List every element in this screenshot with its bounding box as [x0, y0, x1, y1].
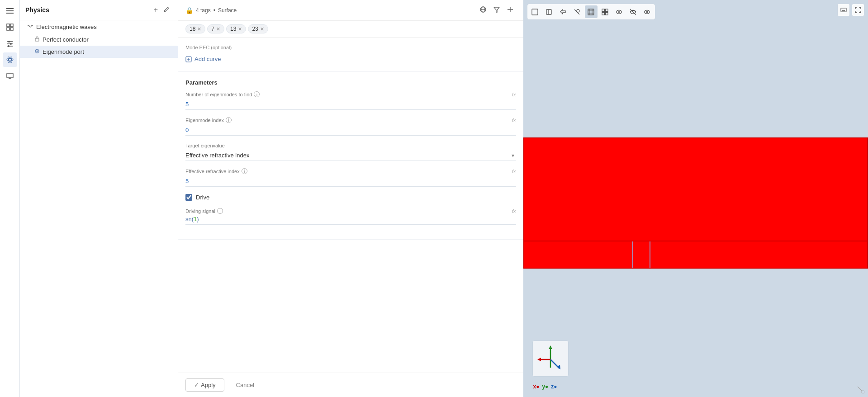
- header-surface-text: Surface: [218, 7, 237, 14]
- apply-label: Apply: [201, 382, 216, 388]
- lock-icon: [34, 36, 40, 43]
- panel-toolbar-icons: [477, 5, 516, 16]
- driving-signal-label-row: Driving signal i fx: [185, 208, 516, 214]
- panel-header: 🔒 4 tags • Surface: [178, 0, 523, 21]
- sidebar-header-buttons: +: [152, 5, 172, 15]
- icon-bar: [0, 0, 20, 397]
- eigenmode-index-group: Eigenmode index i fx: [185, 117, 516, 136]
- panel-footer: ✓ Apply Cancel: [178, 373, 523, 397]
- panel-content: Mode PEC (optional) Add curve Parameters…: [178, 38, 523, 373]
- eigenmode-index-info-icon: i: [226, 117, 232, 123]
- num-eigenmodes-group: Number of eigenmodes to find i fx: [185, 91, 516, 110]
- target-eigenvalue-group: Target eigenvalue Effective refractive i…: [185, 143, 516, 161]
- globe-icon-btn[interactable]: [477, 5, 489, 16]
- svg-point-12: [8, 45, 9, 47]
- corner-indicator: [857, 386, 864, 393]
- panel-header-left: 🔒 4 tags • Surface: [185, 7, 474, 14]
- svg-point-64: [862, 391, 864, 393]
- tag-chip-23: 23 ✕: [248, 24, 268, 33]
- eigenmode-index-input[interactable]: [185, 125, 516, 136]
- driving-signal-info-icon: i: [217, 208, 223, 214]
- parameters-title: Parameters: [185, 79, 516, 86]
- num-eigenmodes-info-icon: i: [254, 91, 260, 97]
- svg-point-8: [8, 41, 10, 43]
- effective-ri-info-icon: i: [242, 168, 247, 174]
- bottom-bar-mid: [633, 241, 650, 268]
- effective-refractive-index-label: Effective refractive index: [185, 169, 240, 174]
- effective-refractive-index-input[interactable]: [185, 176, 516, 187]
- driving-signal-value: sn(1): [185, 216, 516, 222]
- tag-chip-13: 13 ✕: [226, 24, 246, 33]
- svg-marker-59: [549, 345, 552, 349]
- svg-line-65: [858, 387, 862, 391]
- menu-icon-btn[interactable]: [3, 4, 17, 18]
- add-physics-button[interactable]: +: [152, 5, 160, 15]
- tag-chip-13-value: 13: [230, 26, 236, 32]
- svg-point-20: [164, 10, 166, 12]
- tag-chip-13-remove[interactable]: ✕: [238, 27, 242, 32]
- svg-rect-1: [6, 10, 14, 11]
- svg-point-23: [37, 51, 38, 52]
- parameters-section: Parameters Number of eigenmodes to find …: [178, 72, 523, 240]
- svg-rect-6: [10, 28, 13, 30]
- svg-rect-17: [7, 73, 13, 78]
- bottom-bar-right: [650, 241, 867, 268]
- sidebar-item-eigenmode-port[interactable]: Eigenmode port: [20, 46, 178, 58]
- axis-svg: [535, 343, 566, 374]
- svg-rect-5: [7, 28, 9, 30]
- cancel-button[interactable]: Cancel: [228, 378, 262, 392]
- grid-icon-btn[interactable]: [3, 20, 17, 34]
- viewport-content: [523, 0, 868, 397]
- driving-signal-fx-btn[interactable]: fx: [512, 208, 516, 214]
- num-eigenmodes-input[interactable]: [185, 99, 516, 110]
- effective-refractive-index-group: Effective refractive index i fx: [185, 168, 516, 187]
- svg-rect-2: [6, 13, 14, 14]
- tag-chip-18-remove[interactable]: ✕: [197, 27, 201, 32]
- main-rectangle: [523, 137, 868, 241]
- shape-container: [523, 137, 868, 269]
- paint-brush-button[interactable]: [161, 5, 172, 15]
- filter-icon-btn[interactable]: [491, 5, 503, 16]
- y-axis-label: y●: [542, 383, 548, 390]
- add-curve-button[interactable]: Add curve: [185, 54, 221, 64]
- eigenmode-port-label: Eigenmode port: [43, 48, 172, 55]
- drive-row: Drive: [185, 194, 516, 201]
- mode-pec-section: Mode PEC (optional) Add curve: [178, 38, 523, 72]
- tag-chip-23-value: 23: [252, 26, 258, 32]
- perfect-conductor-label: Perfect conductor: [43, 36, 172, 43]
- apply-button[interactable]: ✓ Apply: [185, 378, 224, 392]
- panel: 🔒 4 tags • Surface 18 ✕ 7 ✕ 13: [178, 0, 523, 397]
- electromagnetic-waves-label: Electromagnetic waves: [36, 24, 161, 30]
- x-axis-label: x●: [533, 383, 540, 390]
- z-axis-label: z●: [551, 383, 557, 390]
- target-eigenvalue-label-row: Target eigenvalue: [185, 143, 516, 148]
- sidebar: Physics + Electromagnetic waves Perfect …: [20, 0, 178, 397]
- target-eigenvalue-select[interactable]: Effective refractive index Eigenvalue Fr…: [185, 150, 516, 161]
- driving-signal-label: Driving signal: [185, 208, 215, 214]
- tag-chip-23-remove[interactable]: ✕: [260, 27, 264, 32]
- sidebar-item-electromagnetic-waves[interactable]: Electromagnetic waves: [20, 20, 178, 33]
- wave-icon: [27, 23, 33, 31]
- header-separator: •: [213, 7, 215, 14]
- svg-rect-3: [7, 24, 9, 27]
- cancel-label: Cancel: [236, 382, 254, 388]
- physics-icon-btn[interactable]: [3, 52, 17, 67]
- bottom-bar: [523, 241, 868, 269]
- eigenmode-index-fx-btn[interactable]: fx: [512, 118, 516, 123]
- eigenmode-index-label-row: Eigenmode index i fx: [185, 117, 516, 123]
- effective-ri-fx-btn[interactable]: fx: [512, 169, 516, 174]
- drive-label: Drive: [196, 194, 209, 201]
- svg-point-14: [7, 58, 13, 61]
- sidebar-item-perfect-conductor[interactable]: Perfect conductor: [20, 33, 178, 46]
- sliders-icon-btn[interactable]: [3, 36, 17, 51]
- tag-chip-7-remove[interactable]: ✕: [216, 27, 220, 32]
- tag-chip-7-value: 7: [211, 26, 214, 32]
- tree-action-btn[interactable]: [164, 23, 172, 31]
- drive-checkbox[interactable]: [185, 194, 192, 201]
- header-lock-icon: 🔒: [185, 7, 193, 14]
- num-eigenmodes-fx-btn[interactable]: fx: [512, 92, 516, 97]
- add-tag-btn[interactable]: [504, 5, 516, 16]
- screen-icon-btn[interactable]: [3, 69, 17, 83]
- svg-point-10: [10, 43, 12, 45]
- check-icon: ✓: [194, 382, 199, 388]
